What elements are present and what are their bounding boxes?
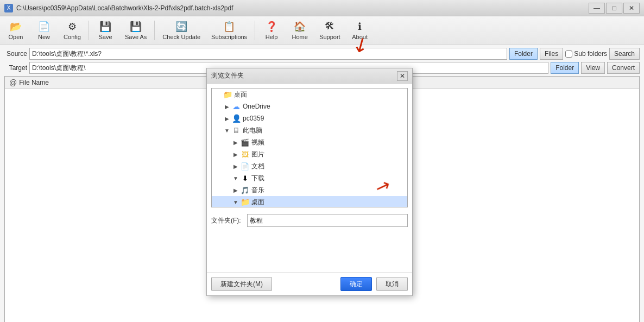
person-icon-pc0359: 👤	[231, 113, 241, 123]
help-icon: ❓	[266, 21, 277, 33]
toolbar-check-update-button[interactable]: 🔄 Check Update	[157, 18, 205, 42]
browse-folder-dialog: ↙ 浏览文件夹 ✕ 📁 桌面 ▶ ☁ OneDrive ▶ 👤 pc0359	[206, 68, 413, 296]
tree-item-music[interactable]: ▶ 🎵 音乐	[212, 184, 407, 196]
convert-button[interactable]: Convert	[607, 62, 640, 74]
about-icon: ℹ	[354, 21, 366, 33]
toolbar-help-button[interactable]: ❓ Help	[258, 18, 285, 42]
support-label: Support	[319, 34, 340, 40]
expander-video: ▶	[231, 138, 240, 147]
file-name-column-header: File Name	[19, 79, 49, 86]
documents-icon: 📄	[240, 161, 250, 171]
minimize-button[interactable]: —	[589, 3, 605, 14]
tree-label-video: 视频	[251, 138, 264, 147]
toolbar-save-button[interactable]: 💾 Save	[92, 18, 119, 42]
tree-item-pc0359[interactable]: ▶ 👤 pc0359	[212, 112, 407, 124]
video-icon: 🎬	[240, 137, 250, 147]
subscriptions-icon: 📋	[223, 21, 235, 33]
folder-icon-pictures: 🖼	[240, 149, 250, 159]
target-view-button[interactable]: View	[581, 62, 605, 74]
source-folder-button[interactable]: Folder	[509, 48, 538, 60]
tree-item-desktop[interactable]: ▼ 📁 桌面	[212, 196, 407, 207]
cloud-icon-onedrive: ☁	[231, 102, 241, 111]
source-row: Source Folder Files Sub folders Search	[4, 48, 640, 60]
toolbar-home-button[interactable]: 🏠 Home	[286, 18, 313, 42]
toolbar-support-button[interactable]: 🛠 Support	[314, 18, 345, 42]
dialog-close-button[interactable]: ✕	[397, 71, 408, 81]
subfolders-label: Sub folders	[574, 50, 607, 58]
target-label: Target	[4, 64, 27, 72]
tree-label-pictures: 图片	[251, 150, 264, 159]
help-label: Help	[266, 34, 278, 40]
config-label: Config	[64, 34, 81, 40]
expander-onedrive: ▶	[223, 102, 231, 111]
check-update-icon: 🔄	[175, 21, 187, 33]
folder-field-input[interactable]	[247, 214, 408, 227]
save-as-icon: 💾	[130, 21, 142, 33]
subfolders-checkbox[interactable]	[565, 50, 572, 58]
tree-item-documents[interactable]: ▶ 📄 文档	[212, 160, 407, 172]
folder-icon-desktop: 📁	[240, 197, 250, 207]
support-icon: 🛠	[324, 21, 336, 33]
expander-music: ▶	[231, 186, 240, 194]
new-folder-button[interactable]: 新建文件夹(M)	[211, 277, 272, 291]
subscriptions-label: Subscriptions	[211, 34, 247, 40]
toolbar-separator-3	[255, 21, 255, 40]
toolbar-about-button[interactable]: ℹ About	[346, 18, 374, 42]
toolbar-save-as-button[interactable]: 💾 Save As	[120, 18, 151, 42]
home-icon: 🏠	[294, 21, 306, 33]
folder-icon-desktop-root: 📁	[223, 90, 232, 99]
expander-documents: ▶	[231, 162, 240, 171]
tree-item-video[interactable]: ▶ 🎬 视频	[212, 136, 407, 148]
new-icon: 📄	[38, 21, 50, 33]
folder-field-row: 文件夹(F):	[211, 214, 408, 227]
toolbar-separator-1	[89, 21, 89, 40]
toolbar-open-button[interactable]: 📂 Open	[2, 18, 29, 42]
tree-label-desktop: 桌面	[251, 198, 264, 207]
expander-downloads: ▼	[231, 174, 240, 182]
downloads-icon: ⬇	[240, 173, 250, 183]
toolbar-separator-2	[154, 21, 155, 40]
dialog-footer: 新建文件夹(M) 确定 取消	[207, 272, 412, 295]
close-button[interactable]: ✕	[623, 3, 640, 14]
expander-thispc: ▼	[223, 126, 231, 135]
expander-pc0359: ▶	[223, 114, 231, 123]
ok-button[interactable]: 确定	[340, 277, 372, 291]
toolbar-subscriptions-button[interactable]: 📋 Subscriptions	[206, 18, 252, 42]
tree-item-desktop-root[interactable]: 📁 桌面	[212, 89, 407, 100]
dialog-body: 📁 桌面 ▶ ☁ OneDrive ▶ 👤 pc0359 ▼ 🖥 此电脑	[207, 84, 412, 272]
target-folder-button[interactable]: Folder	[551, 62, 579, 74]
tree-label-documents: 文档	[251, 162, 264, 171]
music-icon: 🎵	[240, 185, 250, 195]
expander-desktop-root	[214, 90, 223, 99]
dialog-title-bar: 浏览文件夹 ✕	[207, 68, 412, 84]
source-input[interactable]	[29, 48, 507, 60]
tree-label-desktop-root: 桌面	[234, 90, 247, 99]
cancel-button[interactable]: 取消	[376, 277, 408, 291]
expander-desktop: ▼	[231, 198, 240, 206]
save-icon: 💾	[99, 21, 111, 33]
search-button[interactable]: Search	[609, 48, 640, 60]
tree-label-music: 音乐	[251, 186, 264, 195]
check-update-label: Check Update	[162, 34, 200, 40]
save-label: Save	[98, 34, 112, 40]
dialog-title-text: 浏览文件夹	[211, 71, 244, 80]
tree-label-thispc: 此电脑	[243, 126, 262, 135]
toolbar: 📂 Open 📄 New ⚙ Config 💾 Save 💾 Save As 🔄…	[0, 16, 644, 45]
tree-label-downloads: 下载	[251, 174, 264, 183]
tree-item-onedrive[interactable]: ▶ ☁ OneDrive	[212, 100, 407, 112]
tree-item-pictures[interactable]: ▶ 🖼 图片	[212, 148, 407, 160]
about-label: About	[352, 34, 368, 40]
toolbar-config-button[interactable]: ⚙ Config	[59, 18, 86, 42]
new-label: New	[38, 34, 50, 40]
source-files-button[interactable]: Files	[540, 48, 563, 60]
open-label: Open	[9, 34, 23, 40]
folder-tree[interactable]: 📁 桌面 ▶ ☁ OneDrive ▶ 👤 pc0359 ▼ 🖥 此电脑	[211, 88, 408, 207]
tree-item-thispc[interactable]: ▼ 🖥 此电脑	[212, 124, 407, 136]
toolbar-new-button[interactable]: 📄 New	[30, 18, 58, 42]
tree-label-onedrive: OneDrive	[243, 103, 270, 110]
maximize-button[interactable]: □	[606, 3, 622, 14]
source-label: Source	[4, 50, 27, 58]
pc-icon-thispc: 🖥	[231, 125, 241, 135]
home-label: Home	[292, 34, 307, 40]
tree-item-downloads[interactable]: ▼ ⬇ 下载	[212, 172, 407, 184]
